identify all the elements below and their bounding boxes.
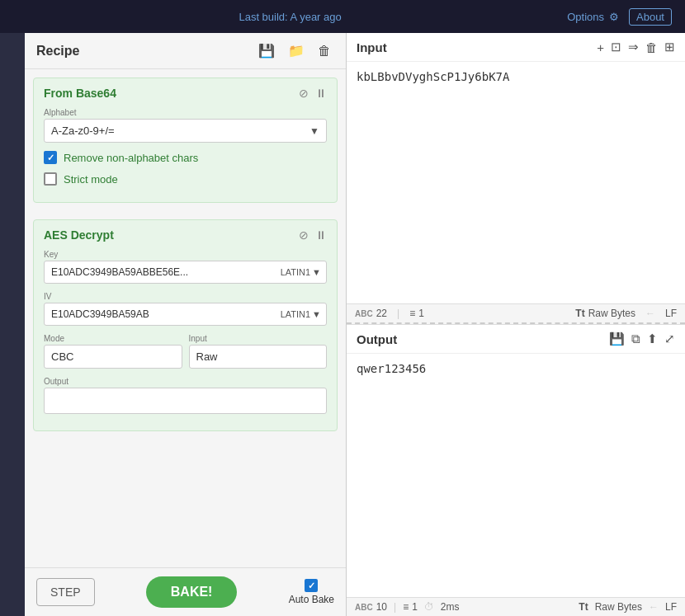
step-button[interactable]: STEP	[36, 578, 95, 606]
aes-pause-button[interactable]: ⏸	[315, 228, 327, 242]
from-base64-disable-button[interactable]: ⊘	[299, 87, 309, 100]
output-status-bar: ABC 10 | ≡ 1 ⏱ 2ms Tt Raw Bytes ← LF	[347, 597, 685, 616]
mode-input-row: Mode Input	[44, 334, 327, 377]
input-status-divider-1: |	[397, 308, 399, 319]
input-delete-button[interactable]: 🗑	[645, 40, 658, 54]
input-section-icons: + ⊡ ⇒ 🗑 ⊞	[597, 40, 675, 54]
aes-decrypt-title: AES Decrypt	[44, 228, 114, 242]
main-layout: Recipe 💾 📁 🗑 From Base64 ⊘ ⏸ Alphabet	[0, 33, 685, 616]
input-add-button[interactable]: +	[597, 40, 604, 54]
input-field-group: Input	[189, 334, 328, 369]
options-label: Options	[567, 11, 604, 23]
recipe-delete-button[interactable]: 🗑	[314, 42, 334, 60]
remove-nonalpha-label: Remove non-alphabet chars	[64, 152, 198, 164]
from-base64-title: From Base64	[44, 87, 116, 100]
input-lines-indicator: ≡ 1	[409, 308, 424, 319]
output-label: Output	[44, 377, 327, 386]
output-copy-button[interactable]: ⧉	[631, 332, 640, 346]
topbar-right: Options ⚙ About	[567, 8, 672, 26]
alphabet-field-group: Alphabet A-Za-z0-9+/= ▼	[44, 108, 327, 143]
output-newline-label: LF	[665, 601, 677, 613]
bake-button[interactable]: BAKE!	[146, 576, 238, 608]
from-base64-card: From Base64 ⊘ ⏸ Alphabet A-Za-z0-9+/= ▼	[33, 78, 338, 203]
output-status-divider-2: ⏱	[424, 601, 434, 613]
input-lines-count: 1	[418, 308, 424, 319]
aes-disable-button[interactable]: ⊘	[299, 228, 309, 242]
output-section-header: Output 💾 ⧉ ⬆ ⤢	[347, 325, 685, 354]
key-label: Key	[44, 250, 327, 259]
input-textarea[interactable]: kbLBbvDVyghScP1Jy6bK7A	[347, 62, 685, 303]
output-status-divider-3: ←	[649, 601, 659, 613]
about-button[interactable]: About	[629, 8, 672, 26]
iv-label: IV	[44, 292, 327, 301]
output-char-count: 10	[376, 601, 387, 613]
auto-bake-check-icon: ✓	[308, 581, 315, 591]
key-input[interactable]	[45, 261, 326, 283]
recipe-folder-button[interactable]: 📁	[285, 41, 308, 60]
mode-label: Mode	[44, 334, 182, 343]
aes-decrypt-header: AES Decrypt ⊘ ⏸	[44, 228, 327, 242]
recipe-save-button[interactable]: 💾	[255, 41, 278, 60]
output-field	[44, 388, 327, 414]
input-type-input[interactable]	[189, 345, 328, 369]
output-field-group: Output	[44, 377, 327, 414]
options-button[interactable]: Options ⚙	[567, 11, 619, 23]
output-text: qwer123456	[347, 354, 685, 597]
recipe-title: Recipe	[36, 44, 79, 59]
output-section: Output 💾 ⧉ ⬆ ⤢ qwer123456 ABC 10 | ≡ 1	[347, 325, 685, 616]
input-format-tt-icon: Tt	[575, 308, 584, 319]
output-lines-icon: ≡	[403, 601, 409, 613]
input-transfer-button[interactable]: ⇒	[628, 40, 639, 54]
input-folder-button[interactable]: ⊡	[611, 40, 621, 54]
input-abc-indicator: ABC 22	[355, 308, 387, 319]
auto-bake-checkbox[interactable]: ✓	[305, 579, 318, 592]
output-expand-button[interactable]: ⤢	[664, 332, 675, 346]
output-section-icons: 💾 ⧉ ⬆ ⤢	[609, 332, 675, 346]
alphabet-select[interactable]: A-Za-z0-9+/=	[45, 120, 326, 142]
mode-input[interactable]	[44, 345, 182, 369]
gear-icon: ⚙	[609, 11, 619, 23]
iv-field-group: IV LATIN1 ▼	[44, 292, 327, 326]
topbar: Last build: A year ago Options ⚙ About	[0, 0, 685, 33]
mode-field-group: Mode	[44, 334, 182, 369]
from-base64-pause-button[interactable]: ⏸	[315, 87, 327, 100]
remove-nonalpha-checkbox[interactable]: ✓	[44, 151, 57, 164]
output-save-button[interactable]: 💾	[609, 332, 625, 346]
from-base64-controls: ⊘ ⏸	[299, 87, 327, 100]
strict-mode-checkbox[interactable]	[44, 172, 57, 186]
side-strip	[0, 33, 25, 616]
input-char-count: 22	[376, 308, 387, 319]
output-abc-label: ABC	[355, 603, 373, 612]
aes-decrypt-card: AES Decrypt ⊘ ⏸ Key LATIN1 ▼	[33, 219, 338, 431]
input-abc-label: ABC	[355, 309, 373, 318]
strict-mode-row: Strict mode	[44, 172, 327, 186]
input-section-header: Input + ⊡ ⇒ 🗑 ⊞	[347, 33, 685, 62]
output-format-label: Raw Bytes	[595, 601, 642, 613]
key-input-wrap: LATIN1 ▼	[44, 261, 327, 284]
input-format-label: Raw Bytes	[588, 308, 635, 319]
output-title: Output	[357, 332, 397, 346]
iv-input-wrap: LATIN1 ▼	[44, 303, 327, 326]
strict-mode-label: Strict mode	[64, 173, 118, 186]
remove-nonalpha-check-icon: ✓	[47, 153, 54, 163]
auto-bake-wrap: ✓ Auto Bake	[289, 579, 334, 605]
output-upload-button[interactable]: ⬆	[647, 332, 658, 346]
remove-nonalpha-row: ✓ Remove non-alphabet chars	[44, 151, 327, 164]
lines-icon: ≡	[409, 308, 415, 319]
output-lines-indicator: ≡ 1	[403, 601, 418, 613]
recipe-header: Recipe 💾 📁 🗑	[25, 33, 346, 69]
input-status-divider-2: ←	[645, 308, 655, 319]
output-status-divider-1: |	[394, 601, 396, 613]
output-abc-indicator: ABC 10	[355, 601, 387, 613]
aes-decrypt-controls: ⊘ ⏸	[299, 228, 327, 242]
output-format-tt-icon: Tt	[579, 601, 588, 613]
recipe-header-icons: 💾 📁 🗑	[255, 41, 334, 60]
iv-input[interactable]	[45, 303, 326, 325]
input-newline-label: LF	[665, 308, 677, 319]
output-time-label: 2ms	[441, 601, 460, 613]
from-base64-header: From Base64 ⊘ ⏸	[44, 87, 327, 100]
alphabet-label: Alphabet	[44, 108, 327, 117]
input-layout-button[interactable]: ⊞	[664, 40, 675, 54]
input-status-bar: ABC 22 | ≡ 1 Tt Raw Bytes ← LF	[347, 303, 685, 324]
alphabet-select-wrap: A-Za-z0-9+/= ▼	[44, 119, 327, 143]
